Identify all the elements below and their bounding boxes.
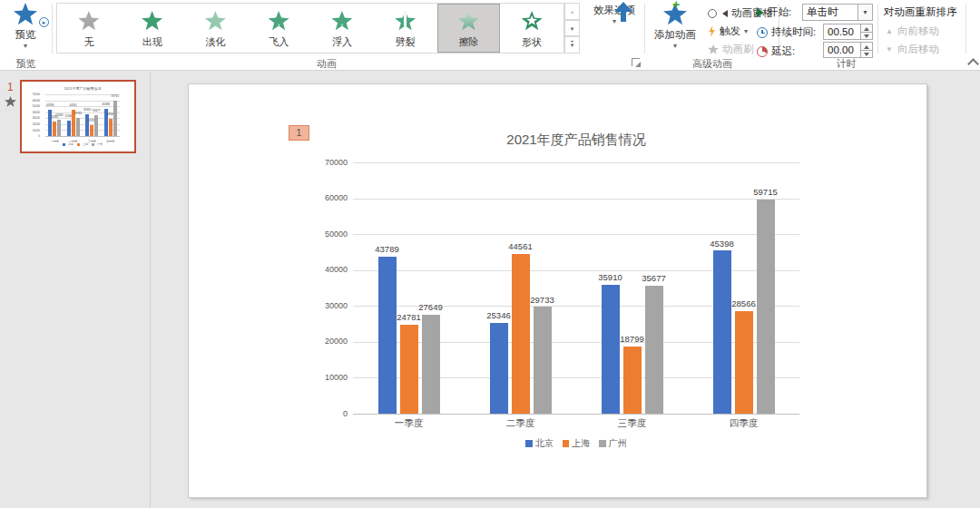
animation-gallery-item-shape[interactable]: 形状 <box>500 4 564 53</box>
gallery-scroll-down-button[interactable]: ▾ <box>564 20 580 37</box>
fade-star-icon <box>205 11 226 31</box>
y-axis-label: 60000 <box>311 193 348 202</box>
delay-input[interactable]: 00.00 <box>823 42 873 58</box>
move-later-label: 向后移动 <box>897 43 939 56</box>
slide-thumbnail-panel: 1 2021年度产品销售情况01000020000300004000050000… <box>0 72 151 508</box>
preview-button-label: 预览 <box>4 28 47 42</box>
gridline <box>45 101 120 102</box>
effect-options-button[interactable]: 效果选项 ▾ <box>586 2 642 56</box>
ribbon-animations-tab: ▸ 预览 ▾ 预览 无出现淡化↑飞入↑浮入劈裂擦除形状 ▴ ▾ ▾ 效果选项 ▾… <box>0 0 980 71</box>
slide-canvas[interactable]: 1 2021年度产品销售情况01000020000300004000050000… <box>188 83 927 498</box>
animation-gallery-item-fade[interactable]: 淡化 <box>184 4 248 53</box>
gallery-item-label: 擦除 <box>438 35 500 49</box>
move-earlier-label: 向前移动 <box>897 24 939 38</box>
y-axis-label: 0 <box>22 134 40 138</box>
group-separator <box>52 4 53 54</box>
bar-上海-二季度 <box>512 254 530 414</box>
star-shape <box>14 3 37 25</box>
duration-clock-icon <box>757 27 768 38</box>
start-label: 开始: <box>768 5 791 19</box>
legend-swatch <box>525 440 533 447</box>
timing-group-label: 计时 <box>785 57 907 71</box>
data-label: 35677 <box>632 273 677 283</box>
legend-item: 上海 <box>77 142 88 146</box>
animation-gallery-item-fly-in[interactable]: ↑飞入 <box>247 4 310 53</box>
data-label: 29733 <box>520 295 565 305</box>
gridline <box>353 162 799 163</box>
duration-input[interactable]: 00.50 <box>823 24 873 40</box>
move-later-button: ▼ 向后移动 <box>886 43 939 56</box>
y-axis-label: 20000 <box>311 337 348 346</box>
data-label: 43789 <box>365 244 410 254</box>
dialog-launcher-icon[interactable] <box>632 58 640 66</box>
gridline <box>353 199 799 200</box>
bar-北京-二季度 <box>67 121 71 136</box>
preview-button[interactable]: ▸ 预览 ▾ <box>4 2 47 56</box>
slide-editor-area[interactable]: 1 2021年度产品销售情况01000020000300004000050000… <box>151 72 980 508</box>
trigger-button[interactable]: 触发 ▾ <box>708 24 748 39</box>
delay-spinner[interactable] <box>860 43 872 57</box>
animation-painter-icon <box>708 44 719 54</box>
trigger-label: 触发 <box>720 24 740 38</box>
bar-北京-三季度 <box>602 285 620 414</box>
none-star-icon <box>78 11 99 31</box>
legend-item: 北京 <box>525 437 554 450</box>
y-axis-label: 10000 <box>22 129 40 132</box>
delay-row: 延迟: <box>757 44 795 58</box>
collapse-ribbon-button[interactable] <box>967 58 979 70</box>
add-animation-button[interactable]: + 添加动画 ▾ <box>646 2 704 56</box>
animation-indicator-star-icon <box>5 96 16 107</box>
gallery-scroll-up-button[interactable]: ▴ <box>564 3 580 20</box>
animation-pane-icon <box>708 9 717 18</box>
legend-swatch <box>63 143 65 146</box>
legend-swatch <box>563 440 570 447</box>
chevron-down-icon[interactable]: ▾ <box>858 5 872 20</box>
bar-广州-三季度 <box>645 286 663 414</box>
gridline <box>353 377 799 378</box>
gallery-item-label: 浮入 <box>311 35 373 49</box>
animation-gallery-item-none[interactable]: 无 <box>57 4 121 53</box>
data-label: 59715 <box>743 187 789 197</box>
animation-gallery-item-appear[interactable]: 出现 <box>121 4 184 53</box>
animation-gallery-item-split[interactable]: 劈裂 <box>374 4 437 53</box>
animation-group-label: 动画 <box>272 57 381 71</box>
gridline <box>353 270 799 271</box>
bar-广州-二季度 <box>534 307 552 414</box>
gallery-item-label: 淡化 <box>185 35 247 49</box>
gallery-more-button[interactable]: ▾ <box>564 36 580 54</box>
duration-label: 持续时间: <box>771 25 816 39</box>
bar-上海-一季度 <box>53 122 56 136</box>
start-dropdown[interactable]: 单击时 ▾ <box>802 4 873 21</box>
triangle-down-icon: ▼ <box>886 45 893 54</box>
duration-row: 持续时间: <box>757 25 816 39</box>
data-label: 18799 <box>69 119 114 122</box>
gallery-item-label: 劈裂 <box>375 35 436 49</box>
delay-clock-icon <box>757 46 768 57</box>
chevron-down-icon: ▾ <box>586 18 642 25</box>
play-icon: ▸ <box>39 17 49 27</box>
group-separator <box>877 4 878 54</box>
chevron-down-icon: ▾ <box>646 43 704 50</box>
slide-thumbnail[interactable]: 2021年度产品销售情况0100002000030000400005000060… <box>20 80 136 153</box>
chevron-down-icon: ▾ <box>4 43 47 50</box>
bar-上海-四季度 <box>109 119 113 136</box>
lightning-bolt-icon <box>708 25 716 37</box>
data-label: 35677 <box>74 109 119 112</box>
y-axis-label: 40000 <box>311 265 348 274</box>
animation-gallery-item-float-in[interactable]: ↑浮入 <box>310 4 374 53</box>
animation-gallery-item-wipe[interactable]: 擦除 <box>437 4 501 53</box>
y-axis-label: 30000 <box>311 301 348 310</box>
bar-上海-三季度 <box>90 125 93 136</box>
data-label: 28566 <box>88 112 133 116</box>
bar-上海-一季度 <box>400 325 418 414</box>
sales-bar-chart[interactable]: 2021年度产品销售情况0100002000030000400005000060… <box>189 84 926 497</box>
chart-legend: 北京上海广州 <box>353 437 799 450</box>
start-play-icon <box>757 8 764 17</box>
group-separator <box>644 4 645 54</box>
bar-上海-三季度 <box>623 347 642 414</box>
bar-广州-三季度 <box>94 115 98 136</box>
duration-spinner[interactable] <box>860 24 872 39</box>
legend-swatch <box>92 143 94 146</box>
data-label: 35910 <box>588 272 633 282</box>
y-axis-label: 70000 <box>22 93 40 96</box>
